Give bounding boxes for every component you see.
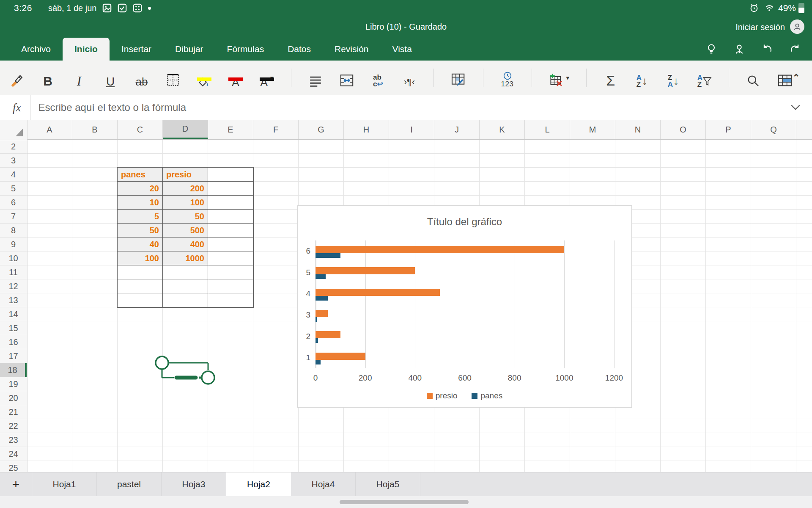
sheet-tab-hoja4[interactable]: Hoja4 bbox=[291, 472, 356, 496]
column-header-E[interactable]: E bbox=[208, 120, 253, 139]
table-cell[interactable]: 100 bbox=[163, 196, 208, 210]
table-cell[interactable]: 100 bbox=[118, 251, 163, 265]
row-header-10[interactable]: 10 bbox=[0, 251, 27, 265]
row-header-12[interactable]: 12 bbox=[0, 279, 27, 293]
row-header-13[interactable]: 13 bbox=[0, 293, 27, 307]
column-header-O[interactable]: O bbox=[661, 120, 706, 139]
row-header-6[interactable]: 6 bbox=[0, 196, 27, 210]
ribbon-tab-fórmulas[interactable]: Fórmulas bbox=[215, 38, 276, 61]
column-header-P[interactable]: P bbox=[706, 120, 751, 139]
sheet-tab-hoja2[interactable]: Hoja2 bbox=[226, 472, 291, 496]
table-cell[interactable]: 200 bbox=[163, 182, 208, 196]
table-cell[interactable] bbox=[208, 182, 253, 196]
column-header-A[interactable]: A bbox=[27, 120, 72, 139]
table-cell[interactable] bbox=[208, 224, 253, 237]
sort-descending-button[interactable]: ZA↓ bbox=[666, 68, 680, 88]
column-header-C[interactable]: C bbox=[118, 120, 163, 139]
bar-presio-cat3[interactable] bbox=[315, 310, 328, 317]
row-header-21[interactable]: 21 bbox=[0, 405, 27, 419]
table-cell[interactable]: presio bbox=[163, 168, 208, 182]
search-button[interactable] bbox=[746, 68, 760, 88]
bar-panes-cat5[interactable] bbox=[315, 274, 326, 279]
insert-delete-cells-button[interactable]: ▾ bbox=[549, 68, 569, 88]
table-cell[interactable] bbox=[163, 279, 208, 293]
row-header-9[interactable]: 9 bbox=[0, 237, 27, 251]
table-cell[interactable] bbox=[208, 210, 253, 224]
redo-icon[interactable] bbox=[789, 43, 801, 55]
row-header-2[interactable]: 2 bbox=[0, 140, 27, 154]
table-cell[interactable] bbox=[208, 279, 253, 293]
column-header-H[interactable]: H bbox=[344, 120, 389, 139]
row-header-19[interactable]: 19 bbox=[0, 377, 27, 391]
ribbon-tab-datos[interactable]: Datos bbox=[276, 38, 323, 61]
row-header-11[interactable]: 11 bbox=[0, 265, 27, 279]
row-header-23[interactable]: 23 bbox=[0, 433, 27, 447]
account-avatar[interactable] bbox=[790, 19, 804, 34]
row-header-17[interactable]: 17 bbox=[0, 349, 27, 363]
horizontal-scrollbar[interactable] bbox=[340, 500, 469, 504]
row-header-4[interactable]: 4 bbox=[0, 168, 27, 182]
sheet-tab-hoja5[interactable]: Hoja5 bbox=[356, 472, 420, 496]
borders-button[interactable] bbox=[166, 68, 180, 88]
table-cell[interactable] bbox=[118, 293, 163, 307]
autosum-button[interactable]: Σ bbox=[604, 68, 618, 88]
row-header-15[interactable]: 15 bbox=[0, 321, 27, 335]
table-cell[interactable] bbox=[208, 293, 253, 307]
number-format-button[interactable]: 123 bbox=[500, 68, 515, 88]
undo-icon[interactable] bbox=[761, 43, 773, 55]
table-cell[interactable] bbox=[208, 196, 253, 210]
column-header-M[interactable]: M bbox=[570, 120, 615, 139]
sheet-tab-pastel[interactable]: pastel bbox=[97, 472, 162, 496]
wrap-text-button[interactable]: abc↩ bbox=[371, 68, 385, 88]
row-header-22[interactable]: 22 bbox=[0, 419, 27, 433]
selected-shape-handles[interactable] bbox=[150, 351, 220, 389]
strikethrough-button[interactable]: ab bbox=[134, 68, 149, 88]
table-cell[interactable] bbox=[118, 265, 163, 279]
row-header-18[interactable]: 18 bbox=[0, 363, 27, 377]
select-all-corner[interactable] bbox=[0, 120, 27, 140]
bar-presio-cat2[interactable] bbox=[315, 331, 340, 338]
row-header-16[interactable]: 16 bbox=[0, 335, 27, 349]
expand-formula-bar-icon[interactable] bbox=[790, 104, 801, 111]
table-cell[interactable] bbox=[208, 168, 253, 182]
table-cell[interactable]: 40 bbox=[118, 237, 163, 251]
shape-handle-start[interactable] bbox=[156, 356, 168, 369]
table-cell[interactable]: 500 bbox=[163, 224, 208, 237]
bar-presio-cat5[interactable] bbox=[315, 267, 415, 274]
ribbon-tab-vista[interactable]: Vista bbox=[381, 38, 424, 61]
column-header-B[interactable]: B bbox=[72, 120, 118, 139]
ribbon-tab-inicio[interactable]: Inicio bbox=[63, 38, 110, 61]
table-cell[interactable] bbox=[208, 237, 253, 251]
bar-panes-cat3[interactable] bbox=[315, 317, 317, 322]
column-header-L[interactable]: L bbox=[525, 120, 570, 139]
table-cell[interactable]: 10 bbox=[118, 196, 163, 210]
formula-input[interactable]: Escribe aquí el texto o la fórmula bbox=[38, 102, 790, 113]
table-cell[interactable] bbox=[163, 293, 208, 307]
ribbon-tab-archivo[interactable]: Archivo bbox=[9, 38, 63, 61]
column-header-Q[interactable]: Q bbox=[751, 120, 796, 139]
column-header-I[interactable]: I bbox=[389, 120, 434, 139]
column-header-G[interactable]: G bbox=[299, 120, 344, 139]
row-header-24[interactable]: 24 bbox=[0, 447, 27, 461]
underline-button[interactable]: U bbox=[103, 68, 118, 88]
sign-in-button[interactable]: Iniciar sesión bbox=[735, 22, 785, 32]
table-cell[interactable]: panes bbox=[118, 168, 163, 182]
column-header-F[interactable]: F bbox=[253, 120, 299, 139]
sheet-tab-hoja3[interactable]: Hoja3 bbox=[162, 472, 226, 496]
column-header-N[interactable]: N bbox=[615, 120, 661, 139]
row-header-8[interactable]: 8 bbox=[0, 224, 27, 237]
ribbon-tab-dibujar[interactable]: Dibujar bbox=[163, 38, 215, 61]
filter-button[interactable]: AZ bbox=[697, 68, 712, 88]
bar-panes-cat6[interactable] bbox=[315, 253, 340, 258]
row-header-14[interactable]: 14 bbox=[0, 307, 27, 321]
row-header-20[interactable]: 20 bbox=[0, 391, 27, 405]
ribbon-tab-insertar[interactable]: Insertar bbox=[110, 38, 163, 61]
bar-presio-cat4[interactable] bbox=[315, 289, 440, 296]
column-header-K[interactable]: K bbox=[480, 120, 525, 139]
align-button[interactable] bbox=[308, 68, 323, 88]
font-color-red-button[interactable]: A bbox=[228, 68, 243, 88]
bar-panes-cat4[interactable] bbox=[315, 296, 328, 301]
cell-styles-button[interactable] bbox=[451, 68, 466, 88]
table-cell[interactable] bbox=[208, 265, 253, 279]
row-header-3[interactable]: 3 bbox=[0, 154, 27, 168]
